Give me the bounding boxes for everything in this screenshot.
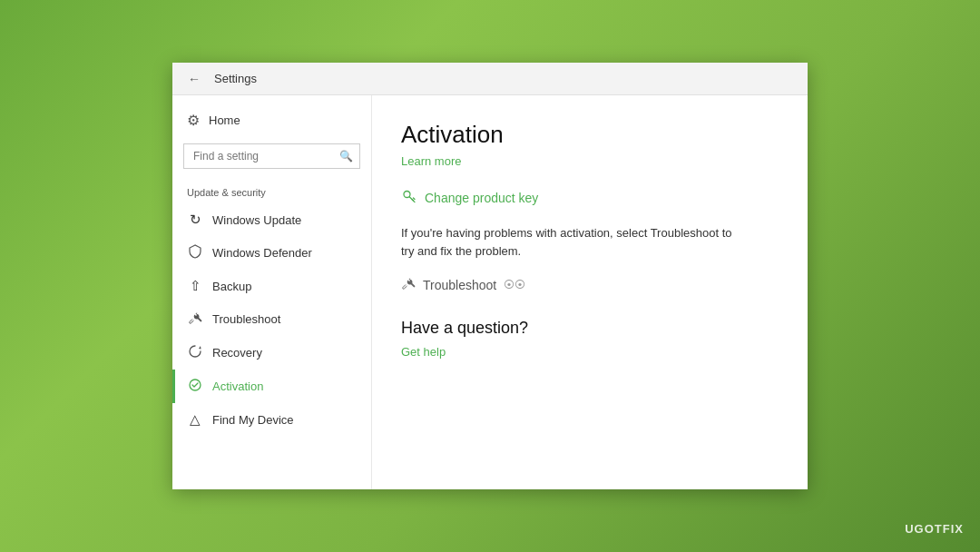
- title-bar: ← Settings: [172, 63, 808, 95]
- sidebar-item-label: Recovery: [212, 346, 262, 360]
- main-panel: Activation Learn more Change product key…: [372, 95, 808, 489]
- page-title: Activation: [401, 121, 779, 149]
- section-label: Update & security: [172, 176, 371, 203]
- sidebar-item-label: Windows Update: [212, 213, 301, 227]
- sidebar-item-label: Backup: [212, 280, 251, 293]
- sidebar-item-label: Troubleshoot: [212, 312, 280, 326]
- troubleshoot-section: Troubleshoot ⦿⦿: [401, 276, 779, 293]
- sidebar: ⚙ Home 🔍 Update & security ↻ Windows Upd…: [172, 95, 372, 489]
- activation-icon: [187, 378, 203, 395]
- search-box: 🔍: [183, 143, 360, 169]
- sidebar-item-label: Activation: [212, 380, 263, 393]
- sidebar-item-recovery[interactable]: Recovery: [172, 336, 371, 370]
- window-title: Settings: [214, 72, 257, 85]
- windows-defender-icon: [187, 244, 203, 261]
- home-label: Home: [209, 113, 240, 127]
- window-content: ⚙ Home 🔍 Update & security ↻ Windows Upd…: [172, 95, 808, 489]
- get-help-link[interactable]: Get help: [401, 345, 446, 359]
- watermark: UGOTFIX: [905, 522, 964, 536]
- change-product-key-link[interactable]: Change product key: [425, 191, 538, 205]
- troubleshoot-icon: [187, 310, 203, 328]
- sidebar-item-backup[interactable]: ⇧ Backup: [172, 270, 371, 302]
- sidebar-item-activation[interactable]: Activation: [172, 370, 371, 403]
- key-icon: [401, 188, 417, 208]
- troubleshoot-link[interactable]: Troubleshoot: [423, 278, 496, 292]
- sidebar-item-label: Find My Device: [212, 413, 294, 427]
- recovery-icon: [187, 344, 203, 361]
- backup-icon: ⇧: [187, 278, 203, 294]
- troubleshoot-wrench-icon: [401, 276, 416, 293]
- sidebar-item-windows-update[interactable]: ↻ Windows Update: [172, 203, 371, 236]
- learn-more-link[interactable]: Learn more: [401, 154, 779, 168]
- change-product-section: Change product key: [401, 188, 779, 208]
- have-question-heading: Have a question?: [401, 319, 779, 338]
- sidebar-item-find-my-device[interactable]: △ Find My Device: [172, 403, 371, 436]
- sidebar-item-troubleshoot[interactable]: Troubleshoot: [172, 302, 371, 336]
- loading-indicator: ⦿⦿: [504, 279, 525, 291]
- settings-window: ← Settings ⚙ Home 🔍 Update & security ↻ …: [172, 63, 808, 489]
- sidebar-item-home[interactable]: ⚙ Home: [172, 104, 371, 136]
- sidebar-item-label: Windows Defender: [212, 246, 312, 260]
- svg-point-0: [190, 380, 201, 390]
- search-input[interactable]: [183, 143, 360, 169]
- windows-update-icon: ↻: [187, 212, 203, 228]
- activation-description: If you're having problems with activatio…: [401, 224, 746, 260]
- back-button[interactable]: ←: [183, 68, 205, 90]
- sidebar-item-windows-defender[interactable]: Windows Defender: [172, 236, 371, 270]
- find-my-device-icon: △: [187, 411, 203, 428]
- home-icon: ⚙: [187, 112, 200, 129]
- search-icon: 🔍: [339, 150, 353, 163]
